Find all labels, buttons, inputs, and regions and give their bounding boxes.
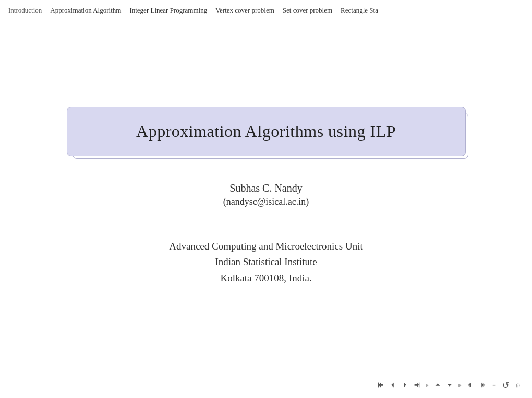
institution-line-3: Kolkata 700108, India.: [169, 270, 362, 286]
nav-item-set-cover-problem[interactable]: Set cover problem: [279, 0, 336, 21]
institution-line-1: Advanced Computing and Microelectronics …: [169, 239, 362, 254]
author-name: Subhas C. Nandy: [223, 182, 309, 194]
nav-divider-1: ▸: [426, 381, 429, 389]
top-navigation: IntroductionApproximation AlgorithmInteg…: [0, 0, 532, 21]
bottom-navigation: ▸ ▸ ≡ ↺ ⌕: [0, 372, 532, 398]
author-email: (nandysc@isical.ac.in): [223, 196, 309, 207]
nav-down-btn[interactable]: [444, 380, 455, 390]
svg-rect-0: [378, 383, 379, 388]
nav-next-btn[interactable]: [400, 380, 410, 390]
svg-rect-1: [419, 383, 419, 388]
institution-section: Advanced Computing and Microelectronics …: [169, 239, 362, 286]
nav-section-next-btn[interactable]: [477, 380, 488, 390]
nav-divider-3: ≡: [492, 381, 496, 389]
author-section: Subhas C. Nandy (nandysc@isical.ac.in): [223, 182, 309, 207]
beamer-navigation: ▸ ▸ ≡ ↺ ⌕: [376, 379, 522, 391]
nav-item-vertex-cover-problem[interactable]: Vertex cover problem: [211, 0, 279, 21]
slide-content: Approximation Algorithms using ILP Subha…: [0, 21, 532, 372]
nav-section-prev-btn[interactable]: [465, 380, 476, 390]
slide-title: Approximation Algorithms using ILP: [99, 122, 434, 141]
nav-item-introduction[interactable]: Introduction: [4, 0, 46, 21]
title-box: Approximation Algorithms using ILP: [67, 107, 466, 156]
institution-line-2: Indian Statistical Institute: [169, 254, 362, 270]
search-btn[interactable]: ⌕: [514, 380, 522, 390]
nav-last-btn[interactable]: [412, 380, 422, 390]
nav-item-rectangle-sta[interactable]: Rectangle Sta: [336, 0, 382, 21]
nav-up-btn[interactable]: [432, 380, 443, 390]
nav-first-btn[interactable]: [376, 380, 386, 390]
undo-btn[interactable]: ↺: [501, 379, 511, 391]
nav-item-integer-linear-programming[interactable]: Integer Linear Programming: [125, 0, 211, 21]
nav-divider-2: ▸: [458, 381, 462, 389]
nav-prev-btn[interactable]: [388, 380, 398, 390]
nav-item-approximation-algorithm[interactable]: Approximation Algorithm: [46, 0, 125, 21]
